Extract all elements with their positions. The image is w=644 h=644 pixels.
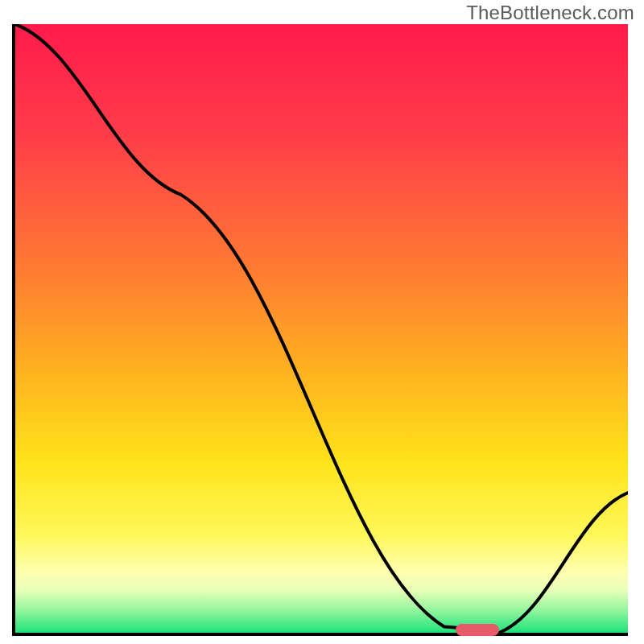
gradient-background (15, 24, 628, 633)
plot-svg (15, 24, 628, 633)
chart-frame: TheBottleneck.com (0, 0, 644, 644)
watermark-text: TheBottleneck.com (466, 2, 634, 24)
plot-area (12, 24, 628, 636)
optimal-marker (456, 624, 499, 636)
